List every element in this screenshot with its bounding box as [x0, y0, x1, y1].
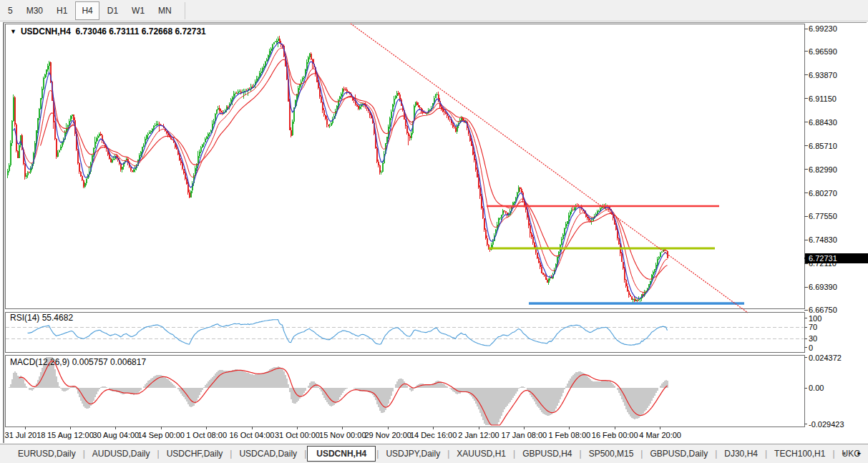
rsi-tick-label: 100	[809, 314, 821, 323]
macd-tick-label: 0.024372	[809, 354, 842, 362]
price-tick-label: 6.99230	[809, 24, 837, 33]
price-tick-label: 6.69390	[809, 283, 837, 291]
date-tick-label: 17 Jan 08:00	[502, 431, 547, 439]
rsi-tick-label: 0	[809, 343, 813, 352]
tab-xauusd-h1[interactable]: XAUUSD,H1	[450, 446, 512, 462]
date-tick-label: 1 Feb 08:00	[548, 431, 590, 439]
price-tick-label: 6.93870	[809, 71, 837, 79]
macd-tick-label: -0.029423	[809, 420, 844, 429]
chart-canvas[interactable]	[0, 0, 868, 463]
tab-gbpusd-daily[interactable]: GBPUSD,Daily	[643, 446, 714, 462]
tab-usdchf-daily[interactable]: USDCHF,Daily	[160, 446, 230, 462]
price-tick-label: 6.77550	[809, 212, 837, 220]
tab-eurusd-daily[interactable]: EURUSD,Daily	[11, 446, 82, 462]
rsi-tick-label: 30	[809, 334, 817, 343]
macd-tick-label: 0.00	[809, 384, 824, 392]
chevron-down-icon[interactable]: ▼	[10, 28, 16, 35]
tab-sp500-m15[interactable]: SP500,M15	[582, 446, 640, 462]
tab-gbpusd-h4[interactable]: GBPUSD,H4	[516, 446, 578, 462]
date-tick-label: 16 Oct 04:00	[230, 431, 275, 439]
date-tick-label: 2 Jan 12:00	[458, 431, 499, 439]
tab-scroll-right-icon[interactable]: ►	[857, 450, 862, 457]
price-tick-label: 6.91150	[809, 94, 837, 103]
date-tick-label: 14 Dec 16:00	[410, 431, 457, 439]
tab-scroll-left-icon[interactable]: ◄	[841, 450, 847, 457]
price-tick-label: 6.88430	[809, 118, 837, 127]
date-tick-label: 14 Sep 00:00	[137, 431, 184, 439]
price-tick-label: 6.82990	[809, 165, 837, 174]
date-tick-label: 31 Jul 2018	[5, 431, 46, 439]
date-tick-label: 1 Oct 08:00	[186, 431, 227, 439]
current-price-tag: 6.72731	[805, 253, 868, 263]
rsi-indicator-label: RSI(14) 55.4682	[10, 313, 73, 323]
date-tick-label: 15 Aug 12:00	[47, 431, 94, 439]
tab-usdcnh-h4[interactable]: USDCNH,H4	[307, 446, 376, 462]
date-tick-label: 16 Feb 00:00	[592, 431, 638, 439]
price-tick-label: 6.96590	[809, 47, 837, 56]
tab-tech100-h1[interactable]: TECH100,H1	[768, 446, 832, 462]
price-tick-label: 6.80270	[809, 189, 837, 198]
tab-audusd-daily[interactable]: AUDUSD,Daily	[86, 446, 157, 462]
date-tick-label: 4 Mar 20:00	[639, 431, 681, 439]
chart-symbol: USDCNH,H4	[21, 26, 71, 36]
rsi-tick-label: 70	[809, 323, 817, 331]
date-tick-label: 29 Nov 20:00	[364, 431, 411, 439]
date-tick-label: 15 Nov 00:00	[319, 431, 366, 439]
chart-ohlc: 6.73046 6.73111 6.72668 6.72731	[76, 26, 206, 36]
price-tick-label: 6.85710	[809, 142, 837, 150]
price-tick-label: 6.66750	[809, 306, 837, 314]
symbol-tabbar: ◄ ► EURUSD,Daily|AUDUSD,Daily|USDCHF,Dai…	[0, 444, 868, 463]
date-tick-label: 31 Oct 00:00	[275, 431, 320, 439]
tab-usdcad-daily[interactable]: USDCAD,Daily	[233, 446, 303, 462]
date-tick-label: 30 Aug 04:00	[92, 431, 139, 439]
tab-usdjpy-daily[interactable]: USDJPY,Daily	[379, 446, 447, 462]
chart-title: ▼USDCNH,H4 6.73046 6.73111 6.72668 6.727…	[10, 26, 206, 36]
tab-dj30-h4[interactable]: DJ30,H4	[718, 446, 764, 462]
price-tick-label: 6.74830	[809, 235, 837, 244]
macd-indicator-label: MACD(12,26,9) 0.005757 0.006817	[10, 357, 146, 367]
